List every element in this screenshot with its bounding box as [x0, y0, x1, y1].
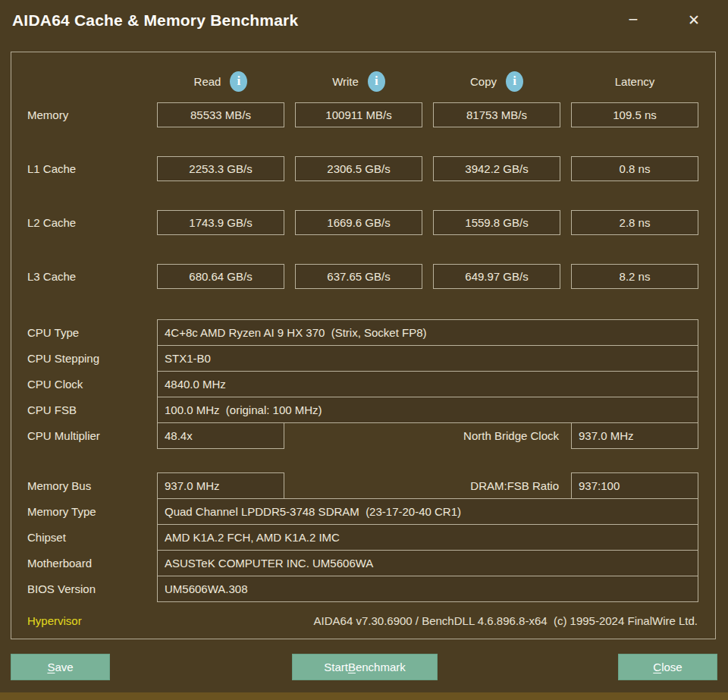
l3-copy-value: 649.97 GB/s [433, 264, 560, 289]
l2-copy-value: 1559.8 GB/s [433, 210, 560, 235]
row-label-bios-version: BIOS Version [27, 576, 96, 602]
memory-type-value: Quad Channel LPDDR5-3748 SDRAM (23-17-20… [157, 498, 698, 525]
close-button[interactable]: ✕ [677, 6, 711, 33]
row-label-cpu-clock: CPU Clock [27, 371, 83, 397]
start-benchmark-button[interactable]: Start Benchmark [292, 654, 438, 680]
save-button[interactable]: Save [11, 654, 110, 680]
north-bridge-clock-label: North Bridge Clock [331, 422, 559, 449]
l2-write-value: 1669.6 GB/s [295, 210, 422, 235]
minimize-button[interactable]: − [617, 6, 650, 33]
motherboard-value: ASUSTeK COMPUTER INC. UM5606WA [157, 550, 698, 576]
dram-fsb-ratio-label: DRAM:FSB Ratio [331, 472, 559, 499]
hypervisor-label: Hypervisor [27, 611, 82, 629]
cpu-stepping-value: STX1-B0 [157, 345, 698, 372]
latency-column-label: Latency [615, 75, 655, 88]
row-label-memory-type: Memory Type [27, 498, 96, 525]
cpu-multiplier-value: 48.4x [157, 422, 284, 449]
l1-latency-value: 0.8 ns [571, 156, 698, 181]
close-dialog-button[interactable]: Close [618, 654, 717, 680]
window-title: AIDA64 Cache & Memory Benchmark [12, 11, 298, 30]
cpu-type-value: 4C+8c AMD Ryzen AI 9 HX 370 (Strix, Sock… [157, 319, 698, 346]
row-label-cpu-type: CPU Type [27, 319, 79, 346]
read-info-icon[interactable]: i [230, 71, 247, 92]
north-bridge-clock-value: 937.0 MHz [571, 422, 698, 449]
l3-latency-value: 8.2 ns [571, 264, 698, 289]
memory-copy-value: 81753 MB/s [433, 102, 560, 127]
l1-read-value: 2253.3 GB/s [157, 156, 284, 181]
row-label-l1-cache: L1 Cache [27, 156, 76, 181]
l1-write-value: 2306.5 GB/s [295, 156, 422, 181]
memory-write-value: 100911 MB/s [295, 102, 422, 127]
column-header-latency: Latency [571, 71, 698, 92]
column-header-write: Write i [295, 71, 422, 92]
close-icon: ✕ [688, 11, 700, 29]
write-info-icon[interactable]: i [368, 71, 385, 92]
minimize-icon: − [629, 10, 639, 30]
l3-write-value: 637.65 GB/s [295, 264, 422, 289]
row-label-cpu-fsb: CPU FSB [27, 397, 77, 423]
row-label-l2-cache: L2 Cache [27, 210, 76, 235]
write-column-label: Write [332, 75, 359, 88]
cpu-clock-value: 4840.0 MHz [157, 371, 698, 397]
chipset-value: AMD K1A.2 FCH, AMD K1A.2 IMC [157, 524, 698, 551]
row-label-chipset: Chipset [27, 524, 66, 551]
memory-latency-value: 109.5 ns [571, 102, 698, 127]
l3-read-value: 680.64 GB/s [157, 264, 284, 289]
read-column-label: Read [194, 75, 221, 88]
copy-info-icon[interactable]: i [506, 71, 523, 92]
aida64-benchmark-window: AIDA64 Cache & Memory Benchmark − ✕ Read… [0, 0, 728, 700]
row-label-cpu-multiplier: CPU Multiplier [27, 422, 100, 449]
l2-read-value: 1743.9 GB/s [157, 210, 284, 235]
version-info: AIDA64 v7.30.6900 / BenchDLL 4.6.896.8-x… [314, 611, 698, 629]
row-label-memory-bus: Memory Bus [27, 472, 91, 499]
l2-latency-value: 2.8 ns [571, 210, 698, 235]
row-label-memory: Memory [27, 102, 68, 127]
dram-fsb-ratio-value: 937:100 [571, 472, 698, 499]
memory-bus-value: 937.0 MHz [157, 472, 284, 499]
column-header-copy: Copy i [433, 71, 560, 92]
window-bottom-edge [0, 692, 728, 700]
bios-version-value: UM5606WA.308 [157, 576, 698, 602]
row-label-cpu-stepping: CPU Stepping [27, 345, 99, 372]
copy-column-label: Copy [470, 75, 497, 88]
l1-copy-value: 3942.2 GB/s [433, 156, 560, 181]
row-label-l3-cache: L3 Cache [27, 264, 76, 289]
row-label-motherboard: Motherboard [27, 550, 92, 576]
cpu-fsb-value: 100.0 MHz (original: 100 MHz) [157, 397, 698, 423]
memory-read-value: 85533 MB/s [157, 102, 284, 127]
column-header-read: Read i [157, 71, 284, 92]
